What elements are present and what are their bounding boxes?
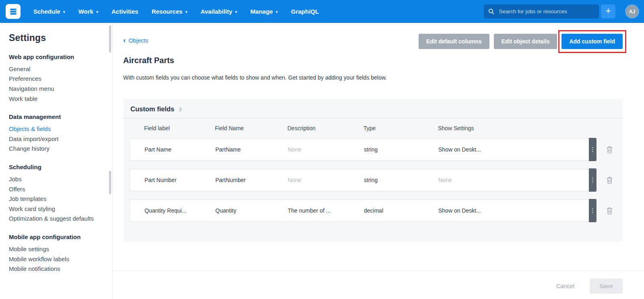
trash-icon [606, 207, 613, 215]
sidebar-item-general[interactable]: General [9, 64, 104, 74]
sidebar-item-preferences[interactable]: Preferences [9, 74, 104, 84]
sidebar-title: Settings [9, 33, 104, 43]
sidebar-item-mobile-notifications[interactable]: Mobile notifications [9, 264, 104, 274]
trash-icon [606, 176, 613, 184]
section-heading: Mobile app configuration [9, 233, 104, 240]
section-heading: Web app configuration [9, 53, 104, 60]
add-custom-field-annotation-wrap: Add custom field [561, 34, 623, 49]
table-row: Quantity Requi... Quantity The number of… [130, 199, 616, 222]
trash-icon [606, 146, 613, 154]
search-icon [488, 8, 494, 15]
sidebar-item-change-history[interactable]: Change history [9, 144, 104, 154]
delete-row-button[interactable] [603, 176, 616, 184]
card-title: Custom fields [130, 105, 174, 113]
cell-field-name: PartNumber [215, 177, 288, 183]
cell-description: None [288, 146, 364, 153]
cell-field-name: Quantity [215, 207, 288, 214]
delete-row-button[interactable] [603, 146, 616, 154]
nav-graphiql[interactable]: GraphiQL [291, 8, 319, 15]
sidebar-item-navigation-menu[interactable]: Navigation menu [9, 84, 104, 94]
chevron-down-icon: ▾ [276, 10, 278, 14]
avatar[interactable]: AJ [626, 5, 638, 18]
cell-type: string [364, 146, 438, 153]
skedulo-logo[interactable] [6, 4, 21, 19]
column-header-field-label: Field label [144, 125, 215, 131]
nav-label: Availability [200, 8, 232, 15]
page-header-row: ‹ Objects Edit default columns Edit obje… [123, 34, 623, 49]
breadcrumb-label: Objects [128, 37, 148, 44]
sidebar-item-data-import-export[interactable]: Data import/export [9, 134, 104, 144]
sidebar-item-optimization-suggest-defaults[interactable]: Optimization & suggest defaults [9, 214, 104, 224]
chevron-left-icon: ‹ [123, 38, 126, 43]
nav-label: Activities [111, 8, 138, 15]
chevron-down-icon: ▾ [96, 10, 98, 14]
nav-label: Schedule [33, 8, 60, 15]
kebab-menu-icon[interactable]: ⋮ [589, 138, 597, 161]
nav-work[interactable]: Work ▾ [78, 8, 98, 15]
nav-availability[interactable]: Availability ▾ [200, 8, 237, 15]
scrollbar-thumb-top[interactable] [109, 25, 111, 53]
cell-show-settings: None [438, 177, 589, 183]
custom-field-row-part-number: Part Number PartNumber None string None [130, 169, 589, 191]
cell-field-name: PartName [215, 146, 288, 153]
page-description: With custom fields you can choose what f… [123, 74, 623, 81]
edit-object-details-button[interactable]: Edit object details [494, 34, 557, 49]
column-header-description: Description [287, 125, 363, 131]
scrollbar-thumb-middle[interactable] [109, 171, 111, 194]
section-data-management: Data management Objects & fields Data im… [9, 113, 104, 154]
sidebar-item-mobile-workflow-labels[interactable]: Mobile workflow labels [9, 254, 104, 264]
cell-show-settings: Show on Deskt... [438, 207, 589, 214]
column-header-type: Type [363, 125, 438, 131]
column-header-field-name: Field Name [215, 125, 287, 131]
custom-field-row-quantity: Quantity Requi... Quantity The number of… [130, 199, 589, 222]
nav-activities[interactable]: Activities [111, 8, 138, 15]
nav-schedule[interactable]: Schedule ▾ [33, 8, 65, 15]
sidebar-item-jobs[interactable]: Jobs [9, 174, 104, 184]
nav-label: Manage [250, 8, 273, 15]
cell-description: None [288, 177, 364, 183]
logo-bars-icon [9, 7, 18, 16]
sidebar-item-offers[interactable]: Offers [9, 184, 104, 194]
section-mobile-app-configuration: Mobile app configuration Mobile settings… [9, 233, 104, 274]
cell-type: string [364, 177, 438, 183]
save-button[interactable]: Save [590, 279, 623, 294]
sidebar-item-work-card-styling[interactable]: Work card styling [9, 204, 104, 214]
column-header-show-settings: Show Settings [438, 125, 623, 131]
nav-resources[interactable]: Resources ▾ [152, 8, 188, 15]
breadcrumb-objects[interactable]: ‹ Objects [123, 37, 149, 44]
main-content: ‹ Objects Edit default columns Edit obje… [113, 23, 644, 299]
table-row: Part Number PartNumber None string None … [130, 168, 616, 192]
chevron-down-icon: ▾ [63, 10, 65, 14]
cancel-button[interactable]: Cancel [554, 283, 577, 290]
header-actions: Edit default columns Edit object details… [419, 34, 623, 49]
delete-row-button[interactable] [603, 207, 616, 215]
nav-manage[interactable]: Manage ▾ [250, 8, 278, 15]
sidebar-item-job-templates[interactable]: Job templates [9, 194, 104, 204]
sidebar-item-work-table[interactable]: Work table [9, 94, 104, 104]
section-heading: Scheduling [9, 164, 104, 170]
custom-field-row-part-name: Part Name PartName None string Show on D… [130, 138, 589, 161]
cell-type: decimal [364, 207, 438, 214]
settings-sidebar: Settings Web app configuration General P… [0, 23, 113, 299]
section-web-app-configuration: Web app configuration General Preference… [9, 53, 104, 103]
add-custom-field-button[interactable]: Add custom field [561, 34, 623, 49]
kebab-menu-icon[interactable]: ⋮ [589, 199, 597, 222]
create-new-button[interactable]: + [601, 4, 615, 18]
cell-field-label: Part Name [144, 146, 215, 153]
global-search[interactable] [484, 4, 599, 18]
sidebar-item-mobile-settings[interactable]: Mobile settings [9, 244, 104, 254]
edit-default-columns-button[interactable]: Edit default columns [419, 34, 489, 49]
table-rows: Part Name PartName None string Show on D… [123, 137, 623, 222]
cell-description: The number of ... [288, 207, 364, 214]
top-navigation-bar: Schedule ▾ Work ▾ Activities Resources ▾… [0, 0, 644, 23]
chevron-down-icon: ▾ [235, 10, 237, 14]
section-heading: Data management [9, 113, 104, 120]
sidebar-item-objects-and-fields[interactable]: Objects & fields [9, 124, 104, 134]
table-column-headers: Field label Field Name Description Type … [123, 119, 623, 137]
kebab-menu-icon[interactable]: ⋮ [589, 168, 597, 192]
table-row: Part Name PartName None string Show on D… [130, 138, 616, 161]
search-input[interactable] [498, 8, 594, 15]
nav-label: GraphiQL [291, 8, 319, 15]
nav-label: Resources [152, 8, 183, 15]
card-header: Custom fields 3 [123, 99, 623, 119]
